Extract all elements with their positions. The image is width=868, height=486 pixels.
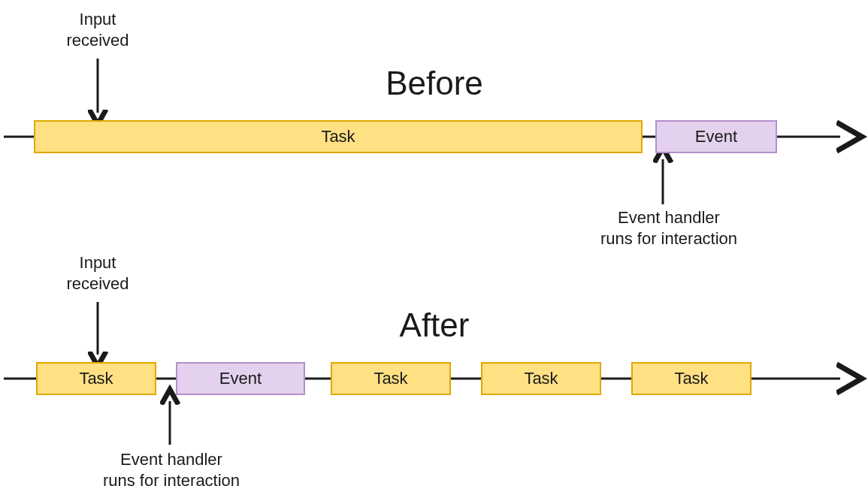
- after-heading: After: [284, 306, 585, 344]
- after-input-received-label: Input received: [45, 252, 150, 294]
- after-task-4-label: Task: [674, 369, 708, 388]
- before-task-label: Task: [321, 127, 355, 146]
- before-task-block: Task: [34, 120, 643, 153]
- after-task-3-label: Task: [524, 369, 558, 388]
- after-task-block-2: Task: [331, 362, 451, 395]
- after-task-block-1: Task: [36, 362, 156, 395]
- before-heading: Before: [284, 65, 585, 102]
- after-event-label: Event: [219, 369, 262, 388]
- diagram-canvas: Before Input received Task Event Event h…: [0, 0, 868, 486]
- before-input-received-label: Input received: [45, 9, 150, 50]
- before-event-label: Event: [695, 127, 737, 146]
- after-handler-label: Event handler runs for interaction: [89, 449, 254, 486]
- after-task-2-label: Task: [374, 369, 407, 388]
- before-handler-label: Event handler runs for interaction: [586, 207, 752, 249]
- after-event-block: Event: [176, 362, 305, 395]
- after-task-block-4: Task: [631, 362, 752, 395]
- before-event-block: Event: [655, 120, 777, 153]
- after-task-block-3: Task: [481, 362, 601, 395]
- after-task-1-label: Task: [79, 369, 113, 388]
